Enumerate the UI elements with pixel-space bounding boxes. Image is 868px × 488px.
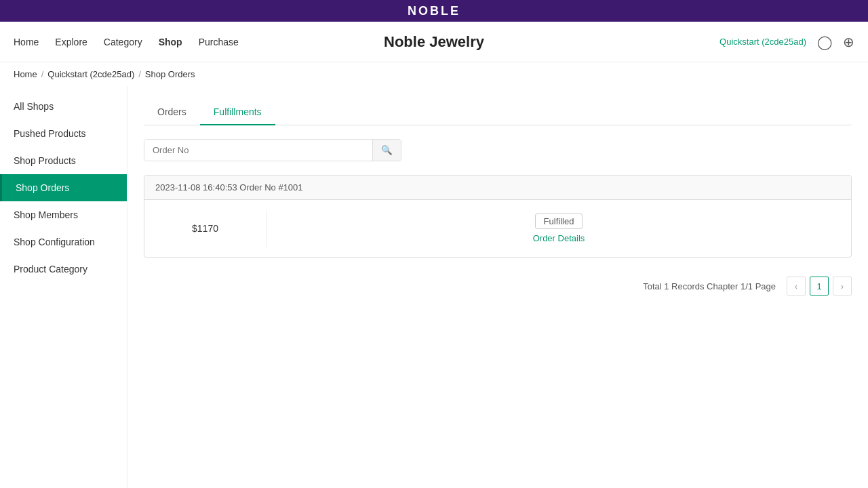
nav-home[interactable]: Home bbox=[14, 37, 39, 47]
globe-icon[interactable]: ⊕ bbox=[843, 34, 854, 50]
sidebar-item-product-category[interactable]: Product Category bbox=[0, 256, 127, 283]
quickstart-label[interactable]: Quickstart (2cde25ad) bbox=[719, 37, 806, 47]
breadcrumb: Home / Quickstart (2cde25ad) / Shop Orde… bbox=[0, 62, 868, 86]
order-header: 2023-11-08 16:40:53 Order No #1001 bbox=[144, 176, 851, 200]
order-amount: $1170 bbox=[144, 209, 267, 247]
logo: NOBLE bbox=[408, 4, 460, 18]
order-body: $1170 Fulfilled Order Details bbox=[144, 200, 851, 257]
sidebar-item-pushed-products[interactable]: Pushed Products bbox=[0, 120, 127, 147]
nav-right: Quickstart (2cde25ad) ◯ ⊕ bbox=[719, 34, 854, 50]
tab-fulfillments[interactable]: Fulfillments bbox=[200, 100, 275, 125]
nav-shop[interactable]: Shop bbox=[159, 37, 182, 47]
nav-links: Home Explore Category Shop Purchase bbox=[14, 37, 239, 47]
sidebar-item-all-shops[interactable]: All Shops bbox=[0, 93, 127, 120]
sidebar-item-shop-orders[interactable]: Shop Orders bbox=[0, 174, 127, 201]
order-status-area: Fulfilled Order Details bbox=[267, 200, 851, 257]
nav-bar: Home Explore Category Shop Purchase Nobl… bbox=[0, 22, 868, 62]
user-icon[interactable]: ◯ bbox=[817, 34, 832, 50]
pagination-page-1[interactable]: 1 bbox=[810, 277, 829, 296]
breadcrumb-quickstart[interactable]: Quickstart (2cde25ad) bbox=[47, 69, 134, 79]
nav-category[interactable]: Category bbox=[104, 37, 142, 47]
search-button[interactable]: 🔍 bbox=[372, 140, 401, 161]
pagination: Total 1 Records Chapter 1/1 Page ‹ 1 › bbox=[144, 266, 852, 306]
breadcrumb-home[interactable]: Home bbox=[14, 69, 37, 79]
status-badge: Fulfilled bbox=[535, 214, 583, 229]
search-bar: 🔍 bbox=[144, 139, 401, 161]
breadcrumb-sep-2: / bbox=[138, 69, 141, 79]
tab-orders[interactable]: Orders bbox=[144, 100, 200, 125]
pagination-total: Total 1 Records Chapter 1/1 Page bbox=[643, 281, 776, 291]
main-content: Orders Fulfillments 🔍 2023-11-08 16:40:5… bbox=[127, 86, 868, 488]
nav-explore[interactable]: Explore bbox=[55, 37, 87, 47]
pagination-prev[interactable]: ‹ bbox=[787, 277, 806, 296]
breadcrumb-sep-1: / bbox=[41, 69, 44, 79]
sidebar-item-shop-members[interactable]: Shop Members bbox=[0, 201, 127, 228]
sidebar-item-shop-configuration[interactable]: Shop Configuration bbox=[0, 228, 127, 256]
sidebar-item-shop-products[interactable]: Shop Products bbox=[0, 147, 127, 174]
order-card: 2023-11-08 16:40:53 Order No #1001 $1170… bbox=[144, 175, 852, 258]
tabs: Orders Fulfillments bbox=[144, 100, 852, 125]
pagination-next[interactable]: › bbox=[833, 277, 852, 296]
top-bar: NOBLE bbox=[0, 0, 868, 22]
search-input[interactable] bbox=[144, 140, 372, 161]
breadcrumb-current: Shop Orders bbox=[145, 69, 195, 79]
layout: All Shops Pushed Products Shop Products … bbox=[0, 86, 868, 488]
order-details-link[interactable]: Order Details bbox=[533, 233, 585, 243]
nav-purchase[interactable]: Purchase bbox=[199, 37, 239, 47]
page-title: Noble Jewelry bbox=[384, 33, 484, 51]
sidebar: All Shops Pushed Products Shop Products … bbox=[0, 86, 127, 488]
